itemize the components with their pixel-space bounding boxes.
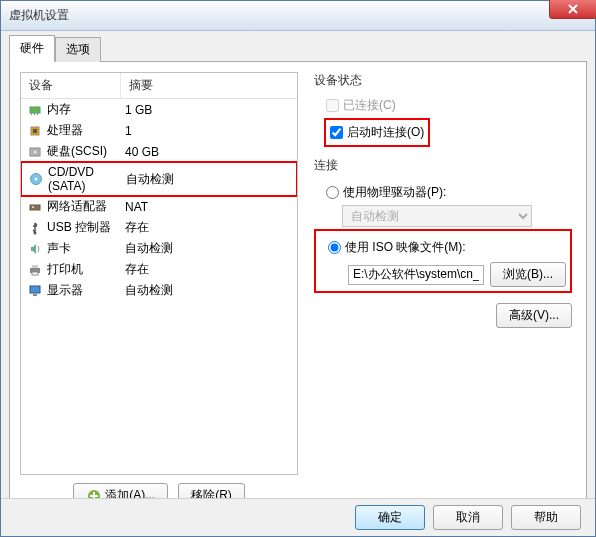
tab-hardware[interactable]: 硬件 xyxy=(9,35,55,62)
svg-point-9 xyxy=(35,178,38,181)
device-name: CD/DVD (SATA) xyxy=(48,165,126,193)
connection-section: 连接 使用物理驱动器(P): 自动检测 使用 ISO 映像文件(M): xyxy=(314,157,572,293)
device-name-cell: USB 控制器 xyxy=(27,219,125,236)
svg-rect-3 xyxy=(37,113,38,115)
device-name: 硬盘(SCSI) xyxy=(47,143,107,160)
physical-drive-row[interactable]: 使用物理驱动器(P): xyxy=(314,180,572,205)
iso-radio[interactable] xyxy=(328,241,341,254)
connect-on-power-highlight: 启动时连接(O) xyxy=(324,118,430,147)
display-icon xyxy=(27,283,43,299)
device-summary: 40 GB xyxy=(125,145,291,159)
svg-rect-11 xyxy=(32,206,34,208)
memory-icon xyxy=(27,102,43,118)
device-summary: 1 xyxy=(125,124,291,138)
device-name: 处理器 xyxy=(47,122,83,139)
device-list-header: 设备 摘要 xyxy=(21,73,297,99)
svg-rect-10 xyxy=(30,205,40,210)
device-row[interactable]: 内存1 GB xyxy=(21,99,297,120)
connected-label: 已连接(C) xyxy=(343,97,396,114)
sound-icon xyxy=(27,241,43,257)
usb-icon xyxy=(27,220,43,236)
browse-button[interactable]: 浏览(B)... xyxy=(490,262,566,287)
advanced-button[interactable]: 高级(V)... xyxy=(496,303,572,328)
physical-radio[interactable] xyxy=(326,186,339,199)
device-name-cell: 硬盘(SCSI) xyxy=(27,143,125,160)
device-list[interactable]: 设备 摘要 内存1 GB处理器1硬盘(SCSI)40 GBCD/DVD (SAT… xyxy=(20,72,298,475)
svg-point-12 xyxy=(34,231,37,234)
device-summary: 存在 xyxy=(125,261,291,278)
device-name-cell: 内存 xyxy=(27,101,125,118)
device-status-section: 设备状态 已连接(C) 启动时连接(O) xyxy=(314,72,572,157)
iso-row[interactable]: 使用 ISO 映像文件(M): xyxy=(320,235,566,260)
svg-rect-17 xyxy=(33,294,37,296)
svg-rect-2 xyxy=(34,113,35,115)
device-summary: 自动检测 xyxy=(126,171,290,188)
device-name: 内存 xyxy=(47,101,71,118)
header-device: 设备 xyxy=(21,73,121,98)
device-name: 网络适配器 xyxy=(47,198,107,215)
device-row[interactable]: 打印机存在 xyxy=(21,259,297,280)
svg-rect-14 xyxy=(32,265,38,268)
dialog-footer: 确定 取消 帮助 xyxy=(1,498,595,536)
vm-settings-window: 虚拟机设置 硬件 选项 设备 摘要 内存1 GB处理器1硬盘(SCSI)40 G… xyxy=(0,0,596,537)
iso-input-row: 浏览(B)... xyxy=(348,262,566,287)
device-row[interactable]: 硬盘(SCSI)40 GB xyxy=(21,141,297,162)
device-name: 显示器 xyxy=(47,282,83,299)
disk-icon xyxy=(27,144,43,160)
help-button[interactable]: 帮助 xyxy=(511,505,581,530)
header-summary: 摘要 xyxy=(121,73,297,98)
hardware-panel: 设备 摘要 内存1 GB处理器1硬盘(SCSI)40 GBCD/DVD (SAT… xyxy=(9,61,587,519)
connect-on-power-label: 启动时连接(O) xyxy=(347,124,424,141)
titlebar[interactable]: 虚拟机设置 xyxy=(1,1,595,31)
device-summary: NAT xyxy=(125,200,291,214)
status-label: 设备状态 xyxy=(314,72,572,89)
window-title: 虚拟机设置 xyxy=(9,7,69,24)
device-name-cell: 处理器 xyxy=(27,122,125,139)
svg-rect-15 xyxy=(32,272,38,275)
svg-rect-5 xyxy=(33,129,37,133)
left-column: 设备 摘要 内存1 GB处理器1硬盘(SCSI)40 GBCD/DVD (SAT… xyxy=(20,72,298,508)
device-row[interactable]: CD/DVD (SATA)自动检测 xyxy=(20,161,298,197)
close-button[interactable] xyxy=(549,0,596,19)
device-row[interactable]: 显示器自动检测 xyxy=(21,280,297,301)
device-name: 打印机 xyxy=(47,261,83,278)
cpu-icon xyxy=(27,123,43,139)
connected-row: 已连接(C) xyxy=(326,95,572,116)
physical-drive-combo: 自动检测 xyxy=(342,205,532,227)
device-summary: 自动检测 xyxy=(125,240,291,257)
device-row[interactable]: 网络适配器NAT xyxy=(21,196,297,217)
device-name-cell: 声卡 xyxy=(27,240,125,257)
connect-on-power-checkbox[interactable] xyxy=(330,126,343,139)
device-name-cell: CD/DVD (SATA) xyxy=(28,165,126,193)
device-summary: 自动检测 xyxy=(125,282,291,299)
device-row[interactable]: 声卡自动检测 xyxy=(21,238,297,259)
device-row[interactable]: USB 控制器存在 xyxy=(21,217,297,238)
printer-icon xyxy=(27,262,43,278)
device-row[interactable]: 处理器1 xyxy=(21,120,297,141)
right-column: 设备状态 已连接(C) 启动时连接(O) 连接 xyxy=(310,72,576,508)
connection-label: 连接 xyxy=(314,157,572,174)
tab-options[interactable]: 选项 xyxy=(55,37,101,62)
device-summary: 1 GB xyxy=(125,103,291,117)
tab-bar: 硬件 选项 xyxy=(9,35,587,62)
device-name: 声卡 xyxy=(47,240,71,257)
device-name: USB 控制器 xyxy=(47,219,111,236)
connect-on-power-row[interactable]: 启动时连接(O) xyxy=(330,122,424,143)
advanced-row: 高级(V)... xyxy=(314,303,572,328)
physical-label: 使用物理驱动器(P): xyxy=(343,184,446,201)
svg-point-7 xyxy=(33,149,38,154)
iso-label: 使用 ISO 映像文件(M): xyxy=(345,239,466,256)
content-area: 硬件 选项 设备 摘要 内存1 GB处理器1硬盘(SCSI)40 GBCD/DV… xyxy=(1,31,595,498)
physical-combo-wrap: 自动检测 xyxy=(342,205,572,227)
device-summary: 存在 xyxy=(125,219,291,236)
cd-icon xyxy=(28,171,44,187)
iso-path-input[interactable] xyxy=(348,265,484,285)
close-icon xyxy=(567,3,579,15)
svg-rect-0 xyxy=(30,107,40,113)
network-icon xyxy=(27,199,43,215)
cancel-button[interactable]: 取消 xyxy=(433,505,503,530)
svg-rect-16 xyxy=(30,286,40,293)
ok-button[interactable]: 确定 xyxy=(355,505,425,530)
svg-rect-1 xyxy=(31,113,32,115)
device-name-cell: 打印机 xyxy=(27,261,125,278)
